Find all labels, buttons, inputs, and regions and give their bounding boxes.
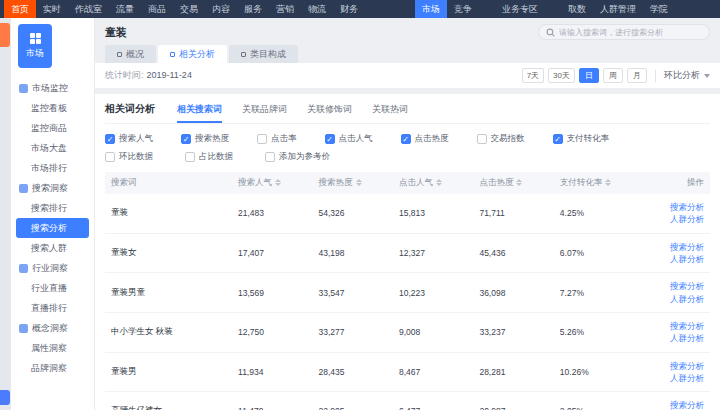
nav-item-market[interactable]: 市场: [415, 0, 447, 18]
metric-checkbox-1[interactable]: ✓搜索热度: [181, 133, 229, 145]
checkbox-label: 点击热度: [415, 133, 449, 145]
edge-rail: [0, 18, 11, 410]
tab-related-analysis[interactable]: 相关分析: [158, 45, 227, 63]
metric-checkbox-4[interactable]: ✓点击热度: [401, 133, 449, 145]
compare-dropdown[interactable]: 环比分析: [664, 69, 710, 82]
nav-item-data-fetch[interactable]: 取数: [561, 0, 593, 18]
action-link-search-analysis[interactable]: 搜索分析: [640, 201, 704, 213]
metric-checkbox-3[interactable]: ✓点击人气: [325, 133, 373, 145]
sidebar-item-label: 概念洞察: [32, 322, 68, 335]
action-link-audience-analysis[interactable]: 人群分析: [640, 253, 704, 265]
tab-label: 相关分析: [179, 48, 215, 61]
menu-group-icon: [19, 264, 28, 273]
sort-icon[interactable]: [516, 179, 522, 186]
checkbox-icon: ✓: [105, 134, 115, 144]
sidebar-item-industry-live[interactable]: 行业直播: [16, 278, 89, 298]
column-label: 操作: [687, 177, 704, 187]
nav-item-logistics[interactable]: 物流: [301, 0, 333, 18]
tab-overview[interactable]: 概况: [105, 45, 156, 63]
sidebar-item-market-ranking[interactable]: 市场排行: [16, 158, 89, 178]
metric-cell: 43,198: [313, 233, 393, 273]
sidebar-item-live-ranking[interactable]: 直播排行: [16, 298, 89, 318]
column-header-5[interactable]: 支付转化率: [554, 172, 634, 194]
range-button-7d[interactable]: 7天: [522, 68, 544, 83]
stat-bar: 统计时间:2019-11-24 7天30天日周月 环比分析: [95, 63, 720, 88]
metric-cell: 54,326: [313, 194, 393, 233]
option-checkbox-2[interactable]: ✓添加为参考价: [265, 151, 330, 163]
sidebar-item-search-insight[interactable]: 搜索洞察: [16, 178, 89, 198]
nav-item-realtime[interactable]: 实时: [36, 0, 68, 18]
option-checkbox-1[interactable]: ✓占比数据: [185, 151, 233, 163]
metric-cell: 11,479: [232, 392, 312, 410]
action-link-audience-analysis[interactable]: 人群分析: [640, 213, 704, 225]
sidebar-item-market-monitor[interactable]: 市场监控: [16, 78, 89, 98]
sort-icon[interactable]: [356, 179, 362, 186]
action-link-search-analysis[interactable]: 搜索分析: [640, 360, 704, 372]
nav-item-audience-management[interactable]: 人群管理: [593, 0, 643, 18]
module-badge-market[interactable]: 市场: [18, 24, 52, 68]
nav-item-academy[interactable]: 学院: [643, 0, 675, 18]
checkbox-label: 搜索人气: [119, 133, 153, 145]
range-button-month[interactable]: 月: [627, 68, 647, 83]
sidebar-item-search-audience[interactable]: 搜索人群: [16, 238, 89, 258]
option-checkbox-0[interactable]: ✓环比数据: [105, 151, 153, 163]
nav-item-trade[interactable]: 交易: [173, 0, 205, 18]
sub-tab-related-search-terms[interactable]: 相关搜索词: [177, 103, 222, 123]
column-label: 搜索词: [111, 177, 137, 187]
table-row: 童装男童13,56933,54710,22336,0987.27%搜索分析人群分…: [105, 273, 710, 313]
sidebar-item-market-overview[interactable]: 市场大盘: [16, 138, 89, 158]
action-link-audience-analysis[interactable]: 人群分析: [640, 293, 704, 305]
nav-item-finance[interactable]: 财务: [333, 0, 365, 18]
sidebar-item-label: 搜索人群: [31, 242, 67, 255]
main-content: 童装 请输入搜索词，进行搜索分析 概况相关分析类目构成 统计时间:2019-11…: [95, 18, 720, 410]
nav-item-product[interactable]: 商品: [141, 0, 173, 18]
nav-item-content[interactable]: 内容: [205, 0, 237, 18]
keyword-search-input[interactable]: 请输入搜索词，进行搜索分析: [538, 24, 710, 40]
sub-tab-associated-brand-terms[interactable]: 关联品牌词: [242, 103, 287, 123]
tab-category-composition[interactable]: 类目构成: [229, 45, 298, 63]
action-link-audience-analysis[interactable]: 人群分析: [640, 332, 704, 344]
sub-tab-associated-modifier-terms[interactable]: 关联修饰词: [307, 103, 352, 123]
action-link-search-analysis[interactable]: 搜索分析: [640, 241, 704, 253]
range-button-day[interactable]: 日: [579, 68, 599, 83]
column-header-2[interactable]: 搜索热度: [313, 172, 393, 194]
nav-item-war-room[interactable]: 作战室: [68, 0, 109, 18]
nav-item-business-zone[interactable]: 业务专区: [495, 0, 545, 18]
action-link-search-analysis[interactable]: 搜索分析: [640, 320, 704, 332]
sub-tab-associated-hot-terms[interactable]: 关联热词: [372, 103, 408, 123]
sidebar-item-industry-insight[interactable]: 行业洞察: [16, 258, 89, 278]
metric-checkbox-2[interactable]: ✓点击率: [257, 133, 297, 145]
sidebar-item-label: 直播排行: [31, 302, 67, 315]
sort-icon[interactable]: [275, 179, 281, 186]
column-header-4[interactable]: 点击热度: [473, 172, 553, 194]
sidebar-item-search-analysis[interactable]: 搜索分析: [16, 218, 89, 238]
action-link-search-analysis[interactable]: 搜索分析: [640, 280, 704, 292]
sidebar-item-brand-insight[interactable]: 品牌洞察: [16, 358, 89, 378]
feedback-toggle[interactable]: [0, 390, 10, 405]
sort-icon[interactable]: [605, 179, 611, 186]
sidebar-item-search-ranking[interactable]: 搜索排行: [16, 198, 89, 218]
nav-item-home[interactable]: 首页: [4, 0, 36, 18]
column-header-1[interactable]: 搜索人气: [232, 172, 312, 194]
metric-checkbox-0[interactable]: ✓搜索人气: [105, 133, 153, 145]
sidebar-item-attribute-insight[interactable]: 属性洞察: [16, 338, 89, 358]
nav-item-competition[interactable]: 竞争: [447, 0, 479, 18]
metric-checkbox-6[interactable]: ✓支付转化率: [553, 133, 610, 145]
action-link-search-analysis[interactable]: 搜索分析: [640, 399, 704, 410]
sidebar-item-concept-insight[interactable]: 概念洞察: [16, 318, 89, 338]
metric-cell: 71,711: [473, 194, 553, 233]
nav-item-traffic[interactable]: 流量: [109, 0, 141, 18]
date-range-controls: 7天30天日周月 环比分析: [522, 68, 710, 83]
metric-checkbox-5[interactable]: ✓交易指数: [477, 133, 525, 145]
column-header-3[interactable]: 点击人气: [393, 172, 473, 194]
action-link-audience-analysis[interactable]: 人群分析: [640, 372, 704, 384]
nav-item-service[interactable]: 服务: [237, 0, 269, 18]
sort-icon[interactable]: [436, 179, 442, 186]
stat-time: 统计时间:2019-11-24: [105, 69, 192, 82]
range-button-week[interactable]: 周: [603, 68, 623, 83]
sidebar-item-monitor-board[interactable]: 监控看板: [16, 98, 89, 118]
sidebar-item-monitor-items[interactable]: 监控商品: [16, 118, 89, 138]
quick-panel-toggle[interactable]: [0, 23, 10, 47]
nav-item-marketing[interactable]: 营销: [269, 0, 301, 18]
range-button-30d[interactable]: 30天: [548, 68, 575, 83]
